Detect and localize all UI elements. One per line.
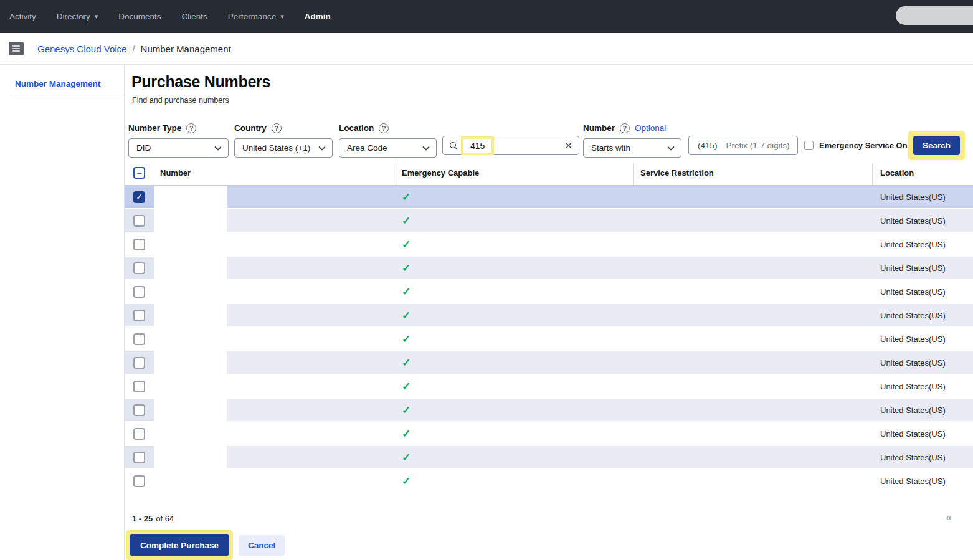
number-cell-redacted [154,350,227,376]
chevron-down-icon [422,146,430,151]
main-content: Purchase Numbers Find and purchase numbe… [125,65,973,560]
row-checkbox[interactable] [133,357,145,369]
help-icon[interactable]: ? [186,123,196,133]
filter-number: Number ? Optional Starts with [583,123,681,158]
number-optional-label: Optional [635,123,666,133]
search-button-highlight: Search [908,131,965,160]
table-row[interactable]: ✓ ✓ United States(US) [125,186,973,209]
service-restriction-cell [633,351,872,374]
emergency-capable-check-icon: ✓ [402,404,411,417]
row-checkbox[interactable] [133,333,145,345]
number-cell-redacted [154,326,227,353]
emergency-capable-check-icon: ✓ [402,380,411,393]
sidebar-item-number-management[interactable]: Number Management [0,65,124,88]
row-checkbox[interactable] [133,239,145,250]
help-icon[interactable]: ? [272,123,282,133]
chevron-down-icon [214,146,222,151]
select-all-checkbox[interactable]: − [133,167,145,179]
location-cell-text: United States(US) [880,192,946,202]
row-checkbox[interactable] [133,215,145,227]
table-row[interactable]: ✓ United States(US) [125,375,973,399]
search-icon [449,141,458,150]
filter-number-type: Number Type ? DID [128,123,229,158]
location-cell-text: United States(US) [880,453,946,462]
location-cell-text: United States(US) [880,216,946,225]
prefix-area-code: (415) [698,141,718,150]
row-checkbox[interactable] [133,286,145,298]
emergency-capable-check-icon: ✓ [402,262,411,275]
table-row[interactable]: ✓ United States(US) [125,422,973,446]
emergency-capable-check-icon: ✓ [402,427,411,440]
number-cell-redacted [154,208,227,234]
location-cell-text: United States(US) [880,382,946,391]
number-cell-redacted [154,279,227,305]
nav-item-performance[interactable]: Performance ▾ [228,12,284,21]
service-restriction-cell [633,328,872,350]
breadcrumb-root-link[interactable]: Genesys Cloud Voice [37,44,126,54]
table-row[interactable]: ✓ United States(US) [125,280,973,304]
location-type-select[interactable]: Area Code [339,138,437,158]
table-row[interactable]: ✓ United States(US) [125,328,973,351]
complete-purchase-button[interactable]: Complete Purchase [130,534,229,556]
emergency-capable-check-icon: ✓ [402,309,411,322]
number-cell-redacted [154,421,227,447]
row-checkbox[interactable] [133,381,145,392]
area-code-search-input[interactable]: 415 ✕ [442,136,579,155]
pagination-first-page-icon[interactable]: « [946,511,952,524]
row-checkbox[interactable] [133,475,145,487]
table-row[interactable]: ✓ United States(US) [125,470,973,493]
emergency-capable-check-icon: ✓ [402,191,411,204]
table-row[interactable]: ✓ United States(US) [125,233,973,257]
number-cell-redacted [154,468,227,495]
help-icon[interactable]: ? [379,123,389,133]
table-row[interactable]: ✓ United States(US) [125,209,973,233]
column-header-service-restriction: Service Restriction [633,161,872,185]
nav-search-bar[interactable] [896,6,973,25]
nav-item-directory[interactable]: Directory ▾ [57,12,98,21]
location-cell-text: United States(US) [880,358,946,368]
service-restriction-cell [633,399,872,421]
row-checkbox[interactable] [133,452,145,463]
breadcrumb-current: Number Management [141,44,231,54]
number-prefix-input[interactable]: (415) Prefix (1-7 digits) [688,136,798,155]
help-icon[interactable]: ? [620,123,630,133]
country-select[interactable]: United States (+1) [234,138,333,158]
emergency-capable-check-icon: ✓ [402,451,411,464]
row-checkbox[interactable] [133,404,145,416]
row-checkbox[interactable] [133,262,145,274]
nav-item-documents[interactable]: Documents [118,12,161,21]
emergency-service-only-group: Emergency Service Only [804,136,914,155]
country-label: Country [234,123,267,133]
page-subtitle: Find and purchase numbers [132,96,973,105]
sidebar: Number Management [0,65,125,560]
emergency-capable-check-icon: ✓ [402,214,411,227]
location-cell-text: United States(US) [880,429,946,439]
location-cell-text: United States(US) [880,311,946,320]
nav-item-clients[interactable]: Clients [182,12,207,21]
number-cell-redacted [154,397,227,424]
search-button[interactable]: Search [913,136,960,155]
table-row[interactable]: ✓ United States(US) [125,446,973,470]
number-type-select[interactable]: DID [128,138,229,158]
table-body: ✓ ✓ United States(US) ✓ United States(US… [125,186,973,506]
number-cell-redacted [154,232,227,258]
nav-item-admin[interactable]: Admin [305,12,331,21]
nav-item-activity[interactable]: Activity [9,12,36,21]
sidebar-divider [12,97,122,97]
table-row[interactable]: ✓ United States(US) [125,351,973,375]
row-checkbox[interactable] [133,428,145,440]
row-checkbox[interactable]: ✓ [133,191,145,203]
cancel-button[interactable]: Cancel [239,535,285,556]
row-checkbox[interactable] [133,310,145,321]
hamburger-menu-button[interactable] [9,42,24,55]
table-row[interactable]: ✓ United States(US) [125,304,973,328]
emergency-service-only-checkbox[interactable] [804,141,814,150]
number-cell-redacted [154,445,227,471]
table-row[interactable]: ✓ United States(US) [125,257,973,280]
pagination-total: of 64 [156,514,174,523]
number-match-select[interactable]: Starts with [583,138,681,158]
table-row[interactable]: ✓ United States(US) [125,399,973,422]
clear-icon[interactable]: ✕ [564,140,572,151]
filters-bar: Number Type ? DID Country ? United State… [125,115,973,161]
country-value: United States (+1) [242,143,310,153]
